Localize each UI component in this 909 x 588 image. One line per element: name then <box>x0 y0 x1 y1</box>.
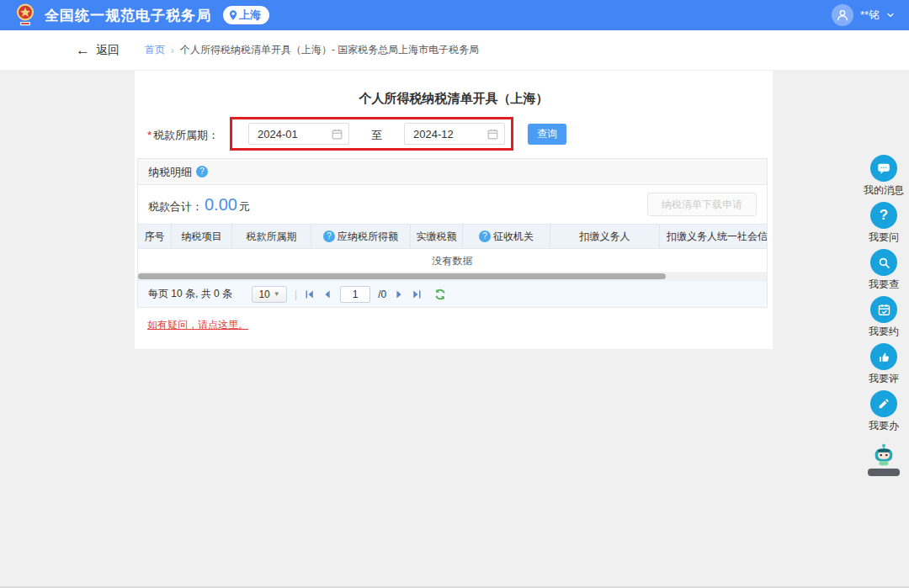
breadcrumb-bar: ← 返回 首页 › 个人所得税纳税清单开具（上海）- 国家税务总局上海市电子税务… <box>0 30 909 71</box>
region-selector[interactable]: 上海 <box>223 6 269 24</box>
total-amount: 税款合计：0.00元 <box>148 195 250 215</box>
total-row: 税款合计：0.00元 纳税清单下载申请 <box>138 185 767 224</box>
breadcrumb-current: 个人所得税纳税清单开具（上海）- 国家税务总局上海市电子税务局 <box>180 43 479 57</box>
pagination-bar: 每页 10 条, 共 0 条 10 ▼ | /0 <box>138 280 767 307</box>
top-bar: 全国统一规范电子税务局 上海 **铭 <box>0 0 909 30</box>
refresh-button[interactable] <box>434 289 446 300</box>
col-header-agent-credit-code: 扣缴义务人统一社会信用码 <box>660 225 767 248</box>
refresh-icon <box>434 289 446 300</box>
question-help-link[interactable]: 如有疑问，请点这里。 <box>147 318 248 332</box>
col-header-period: 税款所属期 <box>232 225 311 248</box>
total-label: 税款合计： <box>148 200 203 213</box>
help-icon[interactable]: ? <box>323 230 335 242</box>
empty-data-message: 没有数据 <box>138 249 767 273</box>
page-size-value: 10 <box>258 289 269 300</box>
page-number-input[interactable] <box>340 286 370 303</box>
caret-down-icon: ▼ <box>274 290 280 298</box>
period-to-input[interactable] <box>405 128 479 140</box>
message-icon <box>870 155 897 182</box>
edit-icon <box>870 390 897 417</box>
first-page-button[interactable] <box>305 289 315 299</box>
col-header-withholding-agent: 扣缴义务人 <box>550 225 660 248</box>
tax-detail-section: 纳税明细 ? 税款合计：0.00元 纳税清单下载申请 序号 纳税项目 税款所属期… <box>137 158 768 308</box>
pagination-divider: | <box>295 289 297 300</box>
horizontal-scrollbar <box>138 273 767 280</box>
scrollbar-thumb[interactable] <box>138 273 666 279</box>
sidebar-item-my-messages[interactable]: 我的消息 <box>864 155 904 198</box>
search-icon <box>870 249 897 276</box>
help-icon[interactable]: ? <box>479 230 491 242</box>
total-pages-label: /0 <box>378 289 386 300</box>
col-header-collecting-authority: ?征收机关 <box>463 225 550 248</box>
total-value: 0.00 <box>205 195 237 214</box>
page-size-select[interactable]: 10 ▼ <box>252 286 287 303</box>
sidebar-item-ask[interactable]: ? 我要问 <box>869 202 899 245</box>
back-button[interactable]: ← 返回 <box>76 43 120 58</box>
query-button[interactable]: 查询 <box>528 124 566 145</box>
mascot-icon <box>871 442 896 468</box>
main-panel: 个人所得税纳税清单开具（上海） *税款所属期： 至 <box>135 71 773 349</box>
table-header-row: 序号 纳税项目 税款所属期 ?应纳税所得额 实缴税额 ?征收机关 扣缴义务人 扣… <box>138 224 767 249</box>
to-separator-label: 至 <box>371 128 382 143</box>
assistant-mascot[interactable] <box>868 442 900 476</box>
download-request-button[interactable]: 纳税清单下载申请 <box>647 193 757 216</box>
last-page-button[interactable] <box>412 289 422 299</box>
person-icon <box>835 8 850 23</box>
side-toolbar: 我的消息 ? 我要问 我要查 我要约 我要评 <box>861 155 906 476</box>
col-header-tax-item: 纳税项目 <box>172 225 232 248</box>
section-title: 纳税明细 <box>148 159 192 185</box>
region-label: 上海 <box>239 8 261 23</box>
sidebar-item-handle[interactable]: 我要办 <box>869 390 899 433</box>
location-pin-icon <box>227 9 239 21</box>
breadcrumb-home-link[interactable]: 首页 <box>145 43 165 57</box>
rate-icon <box>870 343 897 370</box>
calendar-icon[interactable] <box>331 128 343 140</box>
breadcrumb-separator: › <box>171 45 174 56</box>
tax-bureau-emblem-icon <box>13 3 37 28</box>
sidebar-item-rate[interactable]: 我要评 <box>869 343 899 386</box>
chevron-down-icon <box>885 10 896 20</box>
user-name[interactable]: **铭 <box>860 8 880 23</box>
pagination-summary: 每页 10 条, 共 0 条 <box>148 287 232 301</box>
col-header-taxable-income: ?应纳税所得额 <box>311 225 411 248</box>
help-icon[interactable]: ? <box>196 166 208 177</box>
back-arrow-icon: ← <box>76 43 90 57</box>
sidebar-item-appointment[interactable]: 我要约 <box>869 296 899 339</box>
total-unit: 元 <box>239 200 250 213</box>
back-label: 返回 <box>96 43 120 58</box>
app-title: 全国统一规范电子税务局 <box>45 6 211 25</box>
col-header-paid-tax: 实缴税额 <box>411 225 463 248</box>
page-title: 个人所得税纳税清单开具（上海） <box>135 91 773 107</box>
period-to-input-wrap <box>404 123 505 145</box>
period-from-input-wrap <box>248 123 349 145</box>
next-page-button[interactable] <box>394 289 404 299</box>
page: 全国统一规范电子税务局 上海 **铭 ← 返回 首页 › <box>0 0 909 588</box>
calendar-icon <box>870 296 897 323</box>
prev-page-button[interactable] <box>322 289 332 299</box>
calendar-icon[interactable] <box>486 128 499 140</box>
mascot-label <box>868 469 900 476</box>
section-header: 纳税明细 ? <box>138 159 767 185</box>
user-avatar[interactable] <box>832 4 853 26</box>
required-mark: * <box>147 129 152 141</box>
user-menu-toggle[interactable] <box>885 10 896 20</box>
period-field-label: *税款所属期： <box>147 128 219 143</box>
question-icon: ? <box>870 202 897 229</box>
col-header-seq: 序号 <box>138 225 172 248</box>
sidebar-item-search[interactable]: 我要查 <box>869 249 899 292</box>
period-from-input[interactable] <box>249 128 323 140</box>
